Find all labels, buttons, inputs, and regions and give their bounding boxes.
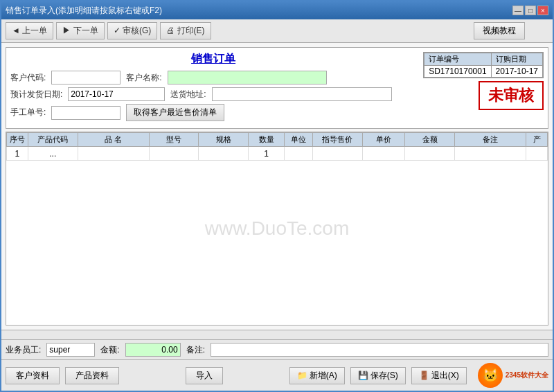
cell-guide-price	[312, 147, 362, 161]
cell-model	[149, 147, 199, 161]
exit-button[interactable]: 🚪 退出(X)	[411, 367, 467, 384]
cell-seq: 1	[7, 147, 28, 161]
next-button[interactable]: ▶ 下一单	[56, 22, 104, 39]
order-info-box: 订单编号 订购日期 SD1710170001 2017-10-17	[423, 52, 544, 78]
customer-code-input[interactable]	[51, 71, 120, 84]
col-header-guide-price: 指导售价	[312, 133, 362, 147]
table-row[interactable]: 1 ... 1	[7, 147, 548, 161]
logo-face: 🐱	[483, 368, 498, 383]
titlebar-buttons: — □ ×	[512, 6, 548, 15]
form-title: 销售订单	[10, 52, 416, 66]
cell-product-code[interactable]: ...	[28, 147, 78, 161]
form-fields-left: 销售订单 客户代码: 客户名称: 预计发货日期: 送货地址:	[10, 52, 416, 124]
expected-date-input[interactable]	[68, 87, 165, 101]
delivery-addr-label: 送货地址:	[170, 89, 206, 100]
close-button[interactable]: ×	[537, 6, 548, 15]
exit-button-label: 退出(X)	[431, 370, 459, 382]
col-header-amount: 金额	[405, 133, 455, 147]
col-header-unit-price: 单价	[362, 133, 405, 147]
video-tutorial-button[interactable]: 视频教程	[474, 22, 525, 39]
order-date-header: 订购日期	[491, 53, 542, 66]
table-header: 序号 产品代码 品 名 型号 规格 数量 单位 指导售价 单价 金额 备注 产	[7, 133, 548, 147]
delivery-addr-input[interactable]	[212, 87, 392, 101]
order-date-value: 2017-10-17	[491, 66, 542, 78]
order-no-value: SD1710170001	[425, 66, 491, 78]
col-header-note: 备注	[455, 133, 526, 147]
form-fields-right: 订单编号 订购日期 SD1710170001 2017-10-17 未审核	[423, 52, 544, 124]
amount-label: 金额:	[100, 344, 119, 356]
logo-icon: 🐱	[478, 363, 503, 388]
customer-data-button[interactable]: 客户资料	[6, 367, 60, 384]
logo-text: 2345软件大全	[506, 371, 548, 380]
logo-area: 🐱 2345软件大全	[478, 363, 548, 388]
customer-name-label: 客户名称:	[126, 72, 161, 84]
manual-num-input[interactable]	[51, 106, 120, 120]
bottom-bar: 客户资料 产品资料 导入 📁 新增(A) 💾 保存(S) 🚪 退出(X) 🐱 2…	[1, 359, 553, 391]
scroll-content	[1, 330, 553, 331]
cell-spec	[199, 147, 249, 161]
toolbar: ◄ 上一单 ▶ 下一单 ✓ 审核(G) 🖨 打印(E) 视频教程	[1, 19, 553, 43]
customer-code-label: 客户代码:	[10, 72, 46, 84]
window-title: 销售订单录入(添加明细请按鼠标右键或F2)	[6, 5, 162, 17]
new-button-label: 新增(A)	[310, 370, 337, 382]
customer-name-input[interactable]	[168, 71, 327, 84]
table-header-row: 序号 产品代码 品 名 型号 规格 数量 单位 指导售价 单价 金额 备注 产	[7, 133, 548, 147]
col-header-product-code: 产品代码	[28, 133, 78, 147]
col-header-unit: 单位	[284, 133, 312, 147]
date-addr-row: 预计发货日期: 送货地址:	[10, 87, 416, 101]
customer-code-row: 客户代码: 客户名称:	[10, 71, 416, 84]
order-info-header-row: 订单编号 订购日期	[425, 53, 543, 66]
note-input[interactable]	[211, 343, 548, 357]
print-button[interactable]: 🖨 打印(E)	[160, 22, 211, 39]
order-form-header: 销售订单 客户代码: 客户名称: 预计发货日期: 送货地址:	[6, 47, 548, 129]
prev-button[interactable]: ◄ 上一单	[6, 22, 53, 39]
col-header-prod: 产	[526, 133, 548, 147]
product-data-button[interactable]: 产品资料	[65, 367, 119, 384]
save-button-label: 保存(S)	[370, 370, 398, 382]
new-button[interactable]: 📁 新增(A)	[289, 367, 345, 384]
save-icon: 💾	[358, 371, 368, 380]
cell-amount	[405, 147, 455, 161]
horizontal-scrollbar[interactable]	[1, 330, 553, 339]
audit-button[interactable]: ✓ 审核(G)	[107, 22, 158, 39]
watermark: www.DuoTe.com	[205, 217, 350, 240]
col-header-qty: 数量	[249, 133, 284, 147]
cell-prod	[526, 147, 548, 161]
manual-num-row: 手工单号: 取得客户最近售价清单	[10, 104, 416, 121]
cell-unit-price	[362, 147, 405, 161]
cell-name	[78, 147, 149, 161]
manual-num-label: 手工单号:	[10, 107, 46, 118]
main-content: 销售订单 客户代码: 客户名称: 预计发货日期: 送货地址:	[1, 43, 553, 330]
note-label: 备注:	[186, 344, 205, 356]
amount-input[interactable]	[125, 343, 181, 357]
data-table-container[interactable]: www.DuoTe.com 序号 产品代码 品 名 型号 规格 数量 单位 指导…	[6, 132, 548, 326]
save-button[interactable]: 💾 保存(S)	[350, 367, 406, 384]
order-info-value-row: SD1710170001 2017-10-17	[425, 66, 543, 78]
status-bar: 业务员工: 金额: 备注:	[1, 339, 553, 359]
cell-unit	[284, 147, 312, 161]
import-button[interactable]: 导入	[186, 367, 223, 384]
col-header-spec: 规格	[199, 133, 249, 147]
employee-label: 业务员工:	[6, 344, 41, 356]
col-header-seq: 序号	[7, 133, 28, 147]
minimize-button[interactable]: —	[512, 6, 524, 15]
cell-note	[455, 147, 526, 161]
unaudited-badge: 未审核	[479, 81, 544, 110]
table-body: 1 ... 1	[7, 147, 548, 161]
expected-date-label: 预计发货日期:	[10, 89, 62, 100]
employee-input[interactable]	[46, 343, 95, 357]
exit-icon: 🚪	[419, 371, 429, 380]
titlebar: 销售订单录入(添加明细请按鼠标右键或F2) — □ ×	[1, 1, 553, 19]
col-header-model: 型号	[149, 133, 199, 147]
get-price-button[interactable]: 取得客户最近售价清单	[126, 104, 224, 121]
order-no-header: 订单编号	[425, 53, 491, 66]
folder-icon: 📁	[297, 371, 307, 380]
order-info-table: 订单编号 订购日期 SD1710170001 2017-10-17	[424, 53, 543, 78]
main-window: 销售订单录入(添加明细请按鼠标右键或F2) — □ × ◄ 上一单 ▶ 下一单 …	[0, 0, 554, 392]
maximize-button[interactable]: □	[525, 6, 536, 15]
cell-qty: 1	[249, 147, 284, 161]
col-header-name: 品 名	[78, 133, 149, 147]
data-table: 序号 产品代码 品 名 型号 规格 数量 单位 指导售价 单价 金额 备注 产	[6, 132, 548, 161]
